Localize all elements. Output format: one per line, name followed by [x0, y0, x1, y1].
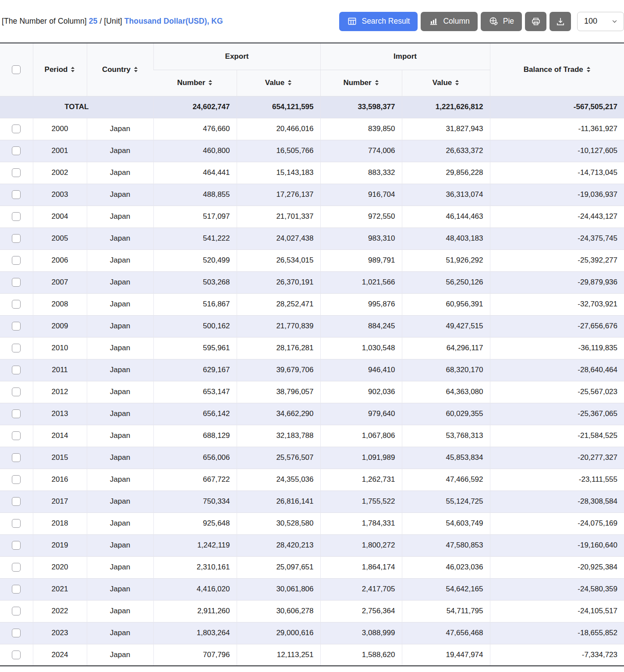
page-title: [The Number of Column] 25 / [Unit] Thous…	[2, 17, 223, 26]
row-checkbox[interactable]	[12, 300, 21, 309]
export-number-cell: 460,800	[153, 140, 237, 162]
balance-cell: -32,703,921	[490, 293, 624, 315]
column-header-import-value[interactable]: Value	[402, 70, 490, 96]
import-value-cell: 36,313,074	[402, 184, 490, 206]
row-checkbox[interactable]	[12, 322, 21, 331]
table-row: 2022 Japan 2,911,260 30,606,278 2,756,36…	[0, 600, 624, 622]
period-cell: 2019	[33, 534, 87, 556]
import-value-cell: 55,124,725	[402, 491, 490, 512]
table-row: 2007 Japan 503,268 26,370,191 1,021,566 …	[0, 271, 624, 293]
period-cell: 2023	[33, 622, 87, 644]
balance-cell: -24,105,517	[490, 600, 624, 622]
import-value-cell: 46,144,463	[402, 206, 490, 228]
row-checkbox[interactable]	[12, 190, 21, 199]
export-number-cell: 516,867	[153, 293, 237, 315]
export-number-cell: 520,499	[153, 249, 237, 271]
period-cell: 2006	[33, 249, 87, 271]
country-cell: Japan	[87, 293, 153, 315]
column-header-export-value[interactable]: Value	[237, 70, 320, 96]
row-checkbox[interactable]	[12, 168, 21, 177]
sort-icon	[134, 66, 138, 73]
row-checkbox[interactable]	[12, 541, 21, 550]
select-all-checkbox[interactable]	[12, 65, 21, 74]
select-all-header	[0, 43, 33, 96]
export-number-cell: 517,097	[153, 206, 237, 228]
balance-cell: -7,334,723	[490, 644, 624, 666]
row-checkbox[interactable]	[12, 234, 21, 243]
table-row: 2011 Japan 629,167 39,679,706 946,410 68…	[0, 359, 624, 381]
column-header-export-number[interactable]: Number	[153, 70, 237, 96]
row-checkbox[interactable]	[12, 629, 21, 637]
country-cell: Japan	[87, 644, 153, 666]
column-chart-button[interactable]: Column	[421, 12, 477, 31]
row-checkbox[interactable]	[12, 278, 21, 287]
column-header-import-number[interactable]: Number	[320, 70, 402, 96]
column-header-balance[interactable]: Balance of Trade	[490, 43, 624, 96]
table-row: 2023 Japan 1,803,264 29,000,616 3,088,99…	[0, 622, 624, 644]
export-value-cell: 30,528,580	[237, 512, 320, 534]
export-value-cell: 32,183,788	[237, 425, 320, 447]
country-cell: Japan	[87, 512, 153, 534]
download-button[interactable]	[550, 12, 571, 31]
row-checkbox[interactable]	[12, 475, 21, 484]
row-checkbox[interactable]	[12, 256, 21, 265]
row-checkbox[interactable]	[12, 212, 21, 221]
row-checkbox[interactable]	[12, 585, 21, 594]
balance-cell: -14,713,045	[490, 162, 624, 184]
export-value-cell: 34,662,290	[237, 403, 320, 425]
total-export-number: 24,602,747	[153, 96, 237, 118]
row-checkbox[interactable]	[12, 563, 21, 572]
export-value-cell: 25,576,507	[237, 447, 320, 469]
export-value-cell: 26,816,141	[237, 491, 320, 512]
row-checkbox[interactable]	[12, 453, 21, 462]
row-checkbox[interactable]	[12, 388, 21, 396]
row-checkbox[interactable]	[12, 519, 21, 528]
period-cell: 2022	[33, 600, 87, 622]
table-icon	[347, 16, 357, 26]
print-button[interactable]	[525, 12, 546, 31]
export-value-cell: 20,466,016	[237, 118, 320, 140]
row-checkbox[interactable]	[12, 409, 21, 418]
row-checkbox-cell	[0, 337, 33, 359]
column-count-value: 25	[89, 17, 98, 25]
table-row: 2021 Japan 4,416,020 30,061,806 2,417,70…	[0, 578, 624, 600]
row-checkbox[interactable]	[12, 344, 21, 352]
table-row: 2019 Japan 1,242,119 28,420,213 1,800,27…	[0, 534, 624, 556]
column-group-import: Import	[320, 43, 490, 70]
table-row: 2020 Japan 2,310,161 25,097,651 1,864,17…	[0, 556, 624, 578]
import-number-cell: 995,876	[320, 293, 402, 315]
row-checkbox[interactable]	[12, 607, 21, 615]
row-checkbox[interactable]	[12, 124, 21, 133]
table-body: TOTAL 24,602,747 654,121,595 33,598,377 …	[0, 96, 624, 666]
export-number-cell: 2,911,260	[153, 600, 237, 622]
sort-icon	[287, 79, 292, 86]
row-checkbox[interactable]	[12, 497, 21, 506]
country-cell: Japan	[87, 162, 153, 184]
row-checkbox[interactable]	[12, 146, 21, 155]
import-value-cell: 56,250,126	[402, 271, 490, 293]
search-result-button[interactable]: Search Result	[339, 12, 418, 31]
import-number-cell: 1,030,548	[320, 337, 402, 359]
period-cell: 2000	[33, 118, 87, 140]
import-value-cell: 45,853,834	[402, 447, 490, 469]
import-number-cell: 946,410	[320, 359, 402, 381]
import-value-cell: 26,633,372	[402, 140, 490, 162]
export-value-cell: 29,000,616	[237, 622, 320, 644]
balance-cell: -25,567,023	[490, 381, 624, 403]
export-value-cell: 26,534,015	[237, 249, 320, 271]
balance-cell: -11,361,927	[490, 118, 624, 140]
balance-cell: -18,655,852	[490, 622, 624, 644]
page-size-select[interactable]: 100	[577, 12, 624, 31]
row-checkbox-cell	[0, 184, 33, 206]
export-value-cell: 28,176,281	[237, 337, 320, 359]
row-checkbox[interactable]	[12, 431, 21, 440]
import-value-cell: 54,603,749	[402, 512, 490, 534]
column-header-country[interactable]: Country	[87, 43, 153, 96]
pie-chart-button[interactable]: Pie	[481, 12, 522, 31]
column-header-period[interactable]: Period	[33, 43, 87, 96]
import-value-cell: 53,768,313	[402, 425, 490, 447]
row-checkbox-cell	[0, 622, 33, 644]
row-checkbox[interactable]	[12, 651, 21, 659]
row-checkbox[interactable]	[12, 366, 21, 374]
import-number-cell: 1,800,272	[320, 534, 402, 556]
